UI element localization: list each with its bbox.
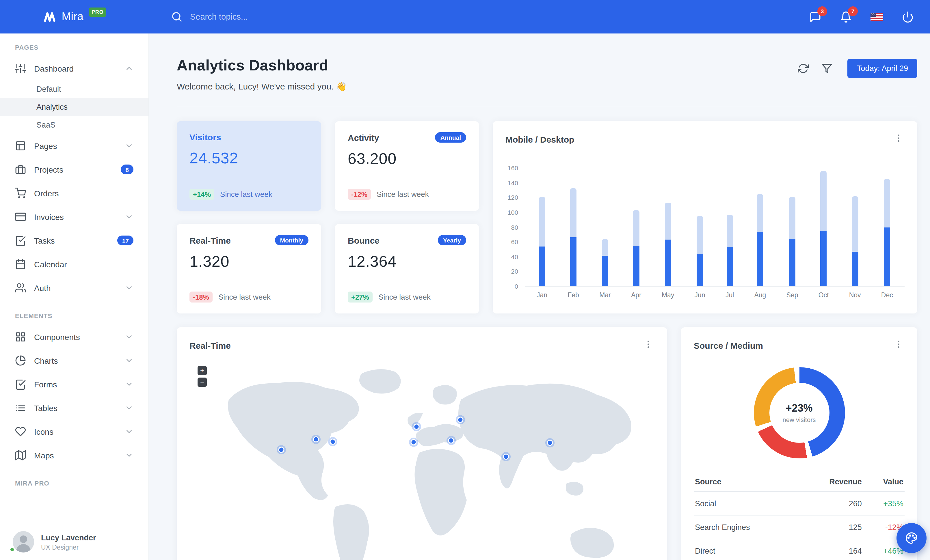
world-map-svg — [189, 362, 654, 560]
logout-button[interactable] — [902, 11, 914, 23]
map-marker[interactable] — [330, 439, 335, 444]
source-medium-table: Source Revenue Value Social 260 +35% Sea… — [694, 472, 905, 560]
sidebar-item-dashboard[interactable]: Dashboard — [0, 57, 148, 80]
visitors-caption: Since last week — [220, 190, 273, 199]
sidebar-item-projects[interactable]: Projects 8 — [0, 158, 148, 181]
cell-value: +35% — [863, 492, 905, 515]
map-zoom-controls: + − — [197, 366, 207, 387]
mobile-desktop-card: Mobile / Desktop 020406080100120140160 J… — [493, 121, 917, 313]
card-menu-button[interactable] — [893, 338, 905, 352]
user-name: Lucy Lavender — [41, 533, 96, 543]
column-header-revenue: Revenue — [799, 472, 863, 492]
sidebar-item-maps[interactable]: Maps — [0, 443, 148, 467]
map-marker[interactable] — [411, 440, 416, 445]
map-marker[interactable] — [448, 438, 454, 443]
sidebar-item-pages[interactable]: Pages — [0, 134, 148, 158]
activity-card: Activity Annual 63.200 -12% Since last w… — [335, 121, 479, 211]
power-icon — [902, 11, 914, 23]
bar-jul: Jul — [725, 168, 734, 298]
bounce-caption: Since last week — [378, 293, 431, 301]
sidebar-item-components[interactable]: Components — [0, 325, 148, 349]
table-header-row: Source Revenue Value — [694, 472, 905, 492]
visitors-title: Visitors — [189, 132, 221, 142]
sidebar-item-calendar[interactable]: Calendar — [0, 252, 148, 276]
brand-logo-icon — [43, 10, 57, 24]
sidebar-item-label: Icons — [34, 427, 54, 436]
language-button[interactable] — [870, 12, 883, 21]
mobile-desktop-bar-chart: 020406080100120140160 JanFebMarAprMayJun… — [505, 168, 905, 298]
sidebar-item-tables[interactable]: Tables — [0, 396, 148, 420]
kebab-icon — [894, 133, 904, 145]
chevron-down-icon — [125, 284, 134, 292]
sidebar-section-pages: Pages — [0, 34, 148, 57]
bar-aug: Aug — [754, 168, 766, 298]
pro-badge: PRO — [89, 8, 106, 17]
bar-feb: Feb — [568, 168, 579, 298]
activity-caption: Since last week — [377, 190, 429, 199]
pie-chart-icon — [15, 355, 26, 366]
bar-dec: Dec — [881, 168, 893, 298]
card-menu-button[interactable] — [893, 132, 905, 146]
map-icon — [15, 450, 26, 461]
brand-name: Mira — [62, 11, 84, 23]
stats-grid: Visitors 24.532 +14% Since last week Act… — [177, 121, 917, 313]
card-menu-button[interactable] — [642, 338, 654, 352]
calendar-icon — [15, 259, 26, 270]
sidebar-item-charts[interactable]: Charts — [0, 349, 148, 372]
sidebar-item-label: Charts — [34, 356, 58, 365]
map-marker[interactable] — [313, 437, 319, 442]
sidebar-item-orders[interactable]: Orders — [0, 181, 148, 205]
search-icon — [171, 11, 183, 23]
visitors-delta-badge: +14% — [189, 189, 214, 200]
user-profile[interactable]: Lucy Lavender UX Designer — [0, 524, 148, 560]
map-marker[interactable] — [547, 440, 553, 445]
cell-source: Social — [694, 492, 799, 515]
map-marker[interactable] — [414, 424, 419, 429]
map-marker[interactable] — [458, 417, 463, 422]
cell-source: Search Engines — [694, 515, 799, 539]
search-input[interactable] — [190, 12, 375, 21]
realtime-period-badge: Monthly — [275, 235, 309, 245]
zoom-in-button[interactable]: + — [197, 366, 207, 375]
sidebar-item-analytics[interactable]: Analytics — [0, 98, 148, 116]
sidebar-item-label: Orders — [34, 189, 59, 198]
sidebar-item-auth[interactable]: Auth — [0, 276, 148, 300]
sidebar-item-label: Invoices — [34, 212, 64, 221]
brand[interactable]: Mira PRO — [0, 10, 149, 24]
bottom-grid: Real-Time + − — [177, 327, 917, 560]
map-marker[interactable] — [279, 447, 284, 452]
chevron-down-icon — [125, 380, 134, 388]
sidebar-item-tasks[interactable]: Tasks 17 — [0, 229, 148, 252]
world-map[interactable]: + − — [189, 362, 654, 560]
navbar-search[interactable] — [171, 11, 809, 23]
map-marker[interactable] — [503, 454, 509, 459]
check-square-icon — [15, 379, 26, 390]
notifications-button[interactable]: 7 — [840, 11, 852, 23]
theme-settings-fab[interactable] — [896, 523, 927, 553]
refresh-button[interactable] — [798, 63, 809, 74]
projects-count-badge: 8 — [121, 164, 134, 174]
chart-y-axis: 020406080100120140160 — [505, 168, 525, 286]
cell-revenue: 164 — [799, 539, 863, 560]
sidebar-item-label: Calendar — [34, 259, 67, 269]
zoom-out-button[interactable]: − — [197, 377, 207, 387]
sidebar-item-icons[interactable]: Icons — [0, 420, 148, 443]
check-square-icon — [15, 235, 26, 246]
bar-apr: Apr — [631, 168, 642, 298]
filter-button[interactable] — [822, 63, 833, 74]
messages-button[interactable]: 3 — [809, 11, 821, 23]
palette-icon — [905, 531, 918, 545]
sidebar-item-label: Dashboard — [34, 64, 74, 73]
online-status-dot — [9, 547, 15, 552]
table-row: Search Engines 125 -12% — [694, 515, 905, 539]
sidebar-item-forms[interactable]: Forms — [0, 372, 148, 396]
sidebar-item-default[interactable]: Default — [0, 80, 148, 98]
activity-value: 63.200 — [348, 150, 466, 168]
sidebar-section-mira-pro: Mira Pro — [0, 467, 148, 492]
chevron-down-icon — [125, 141, 134, 150]
chart-plot-area: JanFebMarAprMayJunJulAugSepOctNovDec — [525, 168, 905, 298]
sidebar-item-saas[interactable]: SaaS — [0, 116, 148, 134]
sidebar-item-invoices[interactable]: Invoices — [0, 205, 148, 229]
realtime-stat-card: Real-Time Monthly 1.320 -18% Since last … — [177, 224, 321, 313]
date-range-button[interactable]: Today: April 29 — [848, 59, 917, 78]
